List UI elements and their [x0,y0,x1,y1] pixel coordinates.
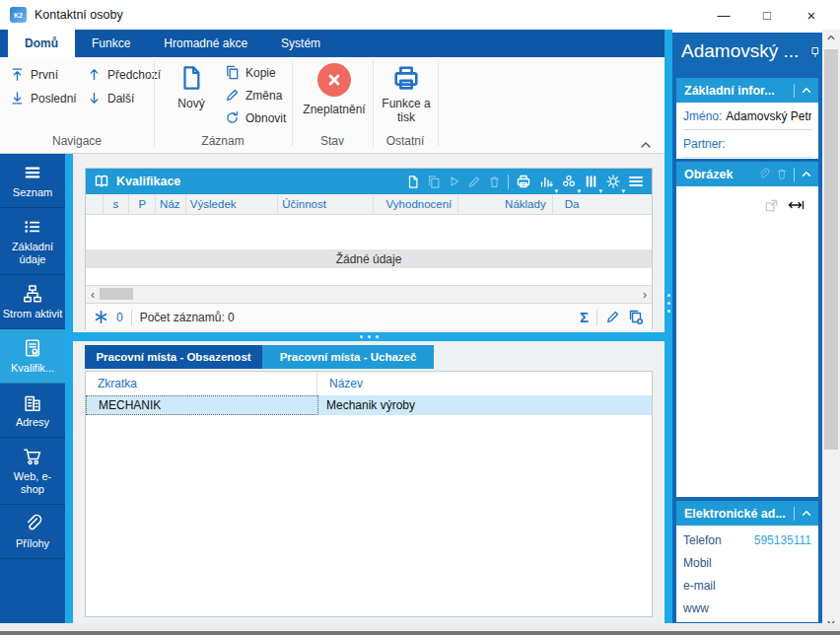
tab-pracovni-mista-obsazenost[interactable]: Pracovní místa - Obsazenost [85,345,262,369]
caret-icon: ▾ [598,187,602,194]
sidebar-item-kvalifikace[interactable]: Kvalifik... [0,329,65,384]
bottom-gutter [0,623,840,631]
image-placeholder-area[interactable] [676,186,818,497]
edit-record-icon[interactable] [467,175,481,189]
sidebar-item-adresy[interactable]: Adresy [0,384,65,438]
sidebar-item-zakladni-udaje[interactable]: Základní údaje [0,208,65,275]
ribbon-tab-system[interactable]: Systém [264,30,337,57]
panel-pin-icon[interactable] [809,45,821,59]
ribbon-tab-funkce[interactable]: Funkce [75,30,147,57]
grid-toolbar: ▾ ▾ ▾ ▾ [406,174,652,189]
invalidate-circle-x-icon [317,63,351,97]
settings-gear-icon[interactable]: ▾ [605,174,621,189]
attach-paperclip-icon[interactable] [757,168,770,180]
jobs-cell-zkratka[interactable]: MECHANIK [86,395,318,415]
chevron-up-icon[interactable] [801,86,812,95]
section-tools [794,84,818,98]
ribbon-collapse-chevron[interactable] [639,140,653,150]
horizontal-scrollbar[interactable]: ‹ › [86,285,652,304]
partner-field-row[interactable]: Partner: [683,130,811,158]
refresh-icon [225,110,240,125]
filter-asterisk-icon[interactable] [94,310,108,324]
open-external-icon[interactable] [764,198,779,213]
maximize-button[interactable]: □ [745,0,789,30]
grid-column-p[interactable]: P [129,194,156,214]
grid-column-s[interactable]: s [104,194,130,214]
new-button[interactable]: Nový [166,63,217,110]
grid-column-vyhodnoceni[interactable]: Vyhodnocení [374,194,458,214]
reports-icon[interactable]: ▾ [538,174,554,189]
minimize-button[interactable]: — [702,0,745,30]
grid-column-blank[interactable] [86,194,104,214]
invalidate-label: Zneplatnění [303,103,365,116]
process-wheel-icon[interactable]: ▾ [561,174,577,189]
contact-value[interactable]: 595135111 [754,533,811,547]
chevron-up-icon[interactable] [801,170,812,178]
invalidate-button[interactable]: Zneplatnění [296,63,373,116]
next-button[interactable]: Další [87,91,134,106]
delete-image-trash-icon[interactable] [776,168,788,180]
scroll-right-icon[interactable]: › [643,288,647,302]
horizontal-splitter[interactable] [73,332,665,341]
sidebar-item-prilohy[interactable]: Přílohy [0,505,65,559]
print-icon[interactable] [516,174,531,189]
refresh-button[interactable]: Obnovit [225,110,286,125]
columns-icon[interactable]: ▾ [584,174,598,189]
basic-info-body: Jméno: Adamovský Petr Partner: [676,103,818,159]
grid-column-header-row: s P Náz Výsledek Účinnost Vyhodnocení Ná… [86,194,652,215]
sum-icon[interactable]: Σ [580,309,589,325]
section-header-image[interactable]: Obrázek [676,162,818,186]
functions-print-button[interactable]: Funkce a tisk [377,63,436,124]
sidebar-item-label: Přílohy [16,537,49,550]
grid-column-ucinnost[interactable]: Účinnost [278,194,374,214]
sidebar-item-web-eshop[interactable]: Web, e-shop [0,438,65,505]
previous-button[interactable]: Předchozí [87,67,161,82]
run-icon[interactable] [448,175,460,188]
last-button[interactable]: Poslední [10,91,77,106]
partner-label: Partner: [683,137,726,151]
delete-record-icon[interactable] [488,175,501,189]
new-document-icon [178,63,204,93]
copy-record-icon[interactable] [427,175,441,189]
ribbon-tab-bar: Domů Funkce Hromadné akce Systém [0,30,665,57]
vertical-splitter[interactable] [665,30,672,623]
name-field-row[interactable]: Jméno: Adamovský Petr [683,103,811,130]
panel-scrollbar[interactable] [822,30,840,631]
section-header-basic-info[interactable]: Základní infor... [676,78,818,103]
copy-add-icon[interactable] [628,310,644,325]
close-button[interactable]: × [789,0,834,30]
jobs-column-zkratka[interactable]: Zkratka [86,372,317,395]
scroll-left-icon[interactable]: ‹ [91,288,95,302]
tab-pracovni-mista-uchazec[interactable]: Pracovní místa - Uchazeč [262,345,434,369]
grid-menu-icon[interactable] [628,175,644,188]
copy-button[interactable]: Kopie [225,65,276,80]
close-icon: × [807,7,816,24]
grid-column-vysledek[interactable]: Výsledek [186,194,278,214]
sidebar-item-seznam[interactable]: Seznam [0,154,65,208]
first-button[interactable]: První [10,67,58,82]
panel-scrollbar-thumb[interactable] [824,49,838,450]
new-record-icon[interactable] [406,175,420,189]
scroll-up-icon[interactable] [826,34,836,41]
ribbon-tab-hromadne-akce[interactable]: Hromadné akce [147,30,264,57]
edit-button[interactable]: Změna [225,88,282,103]
jobs-column-nazev[interactable]: Název [317,372,652,395]
ribbon-tab-domu[interactable]: Domů [8,30,75,57]
sidebar-item-strom-aktivit[interactable]: Strom aktivit [0,275,65,329]
section-header-contacts[interactable]: Elektronické ad... [676,501,818,526]
edit-label: Změna [245,89,282,103]
grid-column-naklady[interactable]: Náklady [458,194,552,214]
buildings-icon [23,392,42,412]
grid-column-datum[interactable]: Da [553,194,652,214]
chevron-up-icon[interactable] [801,509,812,518]
contacts-body: Telefon 595135111 Mobil e-mail www [676,526,818,622]
section-title: Obrázek [684,168,757,181]
splitter-dot [368,335,371,338]
quick-edit-icon[interactable] [605,310,620,324]
first-label: První [31,68,58,82]
table-row[interactable]: MECHANIK Mechanik výroby [86,395,652,415]
jobs-cell-nazev[interactable]: Mechanik výroby [318,395,652,415]
grid-column-nazev[interactable]: Náz [156,194,186,214]
horizontal-scrollbar-thumb[interactable] [100,288,133,300]
contact-row-mobil: Mobil [683,551,811,574]
